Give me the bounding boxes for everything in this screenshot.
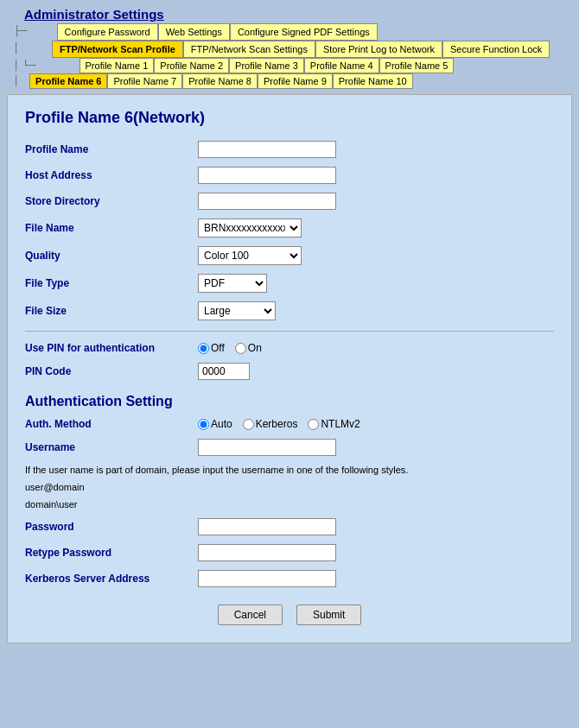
tree-line-1: ├─ [14, 23, 29, 35]
profile-tab[interactable]: Profile Name 2 [154, 58, 229, 73]
profile-tab[interactable]: Profile Name 8 [182, 73, 258, 89]
profile-name-input[interactable] [198, 141, 336, 158]
file-size-row: File Size Large Medium Small [25, 301, 554, 320]
section-title: Profile Name 6(Network) [25, 109, 554, 127]
profile-tab[interactable]: Profile Name 7 [107, 73, 182, 89]
quality-row: Quality Color 100 Color 200 Color 300 Gr… [25, 246, 554, 265]
file-name-select[interactable]: BRNxxxxxxxxxxxx [198, 218, 302, 237]
kerberos-input[interactable] [198, 570, 336, 587]
username-row: Username [25, 439, 554, 456]
cancel-button[interactable]: Cancel [218, 605, 283, 625]
tree-line-3: │ └─ [14, 58, 38, 70]
divider-1 [25, 331, 554, 332]
profile-tab[interactable]: Profile Name 1 [80, 58, 155, 73]
auth-note: If the user name is part of domain, plea… [25, 465, 554, 510]
tree-line-2: │ [14, 41, 24, 53]
nav-tab[interactable]: Web Settings [158, 23, 230, 41]
pin-code-input[interactable] [198, 363, 250, 380]
nav-row-2: FTP/Network Scan ProfileFTP/Network Scan… [52, 41, 550, 58]
auth-method-radio-group: Auto Kerberos NTLMv2 [198, 418, 360, 430]
file-name-label: File Name [25, 222, 198, 234]
page-title: Administrator Settings [7, 3, 572, 23]
file-name-row: File Name BRNxxxxxxxxxxxx [25, 218, 554, 237]
host-address-input[interactable] [198, 167, 336, 184]
store-directory-input[interactable] [198, 193, 336, 210]
nav-tab[interactable]: Configure Password [57, 23, 158, 41]
username-input[interactable] [198, 439, 336, 456]
auth-method-label: Auth. Method [25, 418, 198, 430]
pin-code-row: PIN Code [25, 363, 554, 380]
main-content: Profile Name 6(Network) Profile Name Hos… [7, 94, 572, 643]
profile-tab[interactable]: Profile Name 4 [304, 58, 379, 73]
pin-on-radio[interactable] [235, 343, 246, 354]
profile-tab[interactable]: Profile Name 6 [29, 73, 107, 89]
pin-code-label: PIN Code [25, 365, 198, 377]
host-address-label: Host Address [25, 169, 198, 181]
pin-radio-group: Off On [198, 342, 262, 354]
nav-tab[interactable]: Store Print Log to Network [315, 41, 442, 58]
tree-line-4: │ [14, 73, 29, 85]
auth-note-line3: domain\user [25, 499, 554, 510]
password-input[interactable] [198, 518, 336, 535]
profile-name-row: Profile Name [25, 141, 554, 158]
host-address-row: Host Address [25, 167, 554, 184]
quality-label: Quality [25, 250, 198, 262]
quality-select[interactable]: Color 100 Color 200 Color 300 Gray 100 G… [198, 246, 302, 265]
auth-auto-label[interactable]: Auto [198, 418, 232, 430]
auth-note-line2: user@domain [25, 482, 554, 492]
profile-tabs-row2: Profile Name 6Profile Name 7Profile Name… [29, 73, 413, 89]
nav-tab[interactable]: Configure Signed PDF Settings [230, 23, 378, 41]
retype-password-row: Retype Password [25, 544, 554, 561]
pin-on-label[interactable]: On [235, 342, 262, 354]
button-row: Cancel Submit [25, 605, 554, 625]
kerberos-label: Kerberos Server Address [25, 573, 198, 585]
pin-off-radio[interactable] [198, 343, 209, 354]
password-row: Password [25, 518, 554, 535]
profile-tab[interactable]: Profile Name 5 [379, 58, 455, 73]
store-directory-label: Store Directory [25, 195, 198, 207]
nav-tab[interactable]: FTP/Network Scan Settings [183, 41, 315, 58]
auth-ntlmv2-label[interactable]: NTLMv2 [308, 418, 359, 430]
auth-kerberos-label[interactable]: Kerberos [243, 418, 298, 430]
retype-password-label: Retype Password [25, 547, 198, 559]
auth-auto-radio[interactable] [198, 419, 209, 430]
auth-section-title: Authentication Setting [25, 394, 554, 409]
form-section: Profile Name Host Address Store Director… [25, 141, 554, 380]
store-directory-row: Store Directory [25, 193, 554, 210]
retype-password-input[interactable] [198, 544, 336, 561]
file-type-select[interactable]: PDF JPEG TIFF [198, 274, 267, 293]
nav-tab[interactable]: Secure Function Lock [442, 41, 550, 58]
profile-tab[interactable]: Profile Name 3 [229, 58, 304, 73]
submit-button[interactable]: Submit [296, 605, 361, 625]
file-size-select[interactable]: Large Medium Small [198, 301, 276, 320]
file-type-label: File Type [25, 277, 198, 289]
profile-tab[interactable]: Profile Name 10 [333, 73, 413, 89]
use-pin-row: Use PIN for authentication Off On [25, 342, 554, 354]
auth-ntlmv2-radio[interactable] [308, 419, 319, 430]
auth-note-line1: If the user name is part of domain, plea… [25, 465, 554, 475]
auth-form-section: Auth. Method Auto Kerberos NTLMv2 Userna… [25, 418, 554, 587]
password-label: Password [25, 521, 198, 533]
auth-kerberos-radio[interactable] [243, 419, 254, 430]
use-pin-label: Use PIN for authentication [25, 342, 198, 354]
profile-tab[interactable]: Profile Name 9 [258, 73, 333, 89]
nav-row-1: Configure PasswordWeb SettingsConfigure … [57, 23, 378, 41]
profile-name-label: Profile Name [25, 143, 198, 155]
nav-tab[interactable]: FTP/Network Scan Profile [52, 41, 183, 58]
username-label: Username [25, 441, 198, 453]
kerberos-row: Kerberos Server Address [25, 570, 554, 587]
pin-off-label[interactable]: Off [198, 342, 225, 354]
file-type-row: File Type PDF JPEG TIFF [25, 274, 554, 293]
file-size-label: File Size [25, 305, 198, 317]
profile-tabs-row1: Profile Name 1Profile Name 2Profile Name… [80, 58, 455, 73]
auth-method-row: Auth. Method Auto Kerberos NTLMv2 [25, 418, 554, 430]
